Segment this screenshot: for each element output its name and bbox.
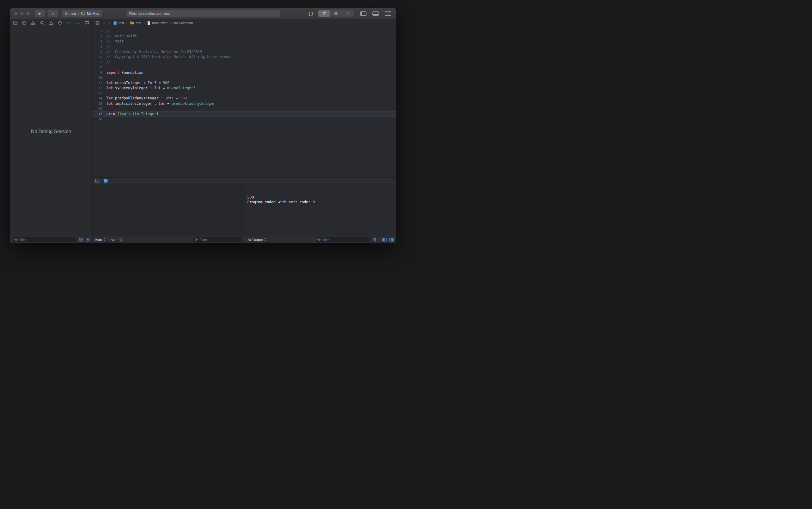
line-number: 4 xyxy=(93,44,104,49)
code-line-9[interactable]: 9import Foundation xyxy=(93,70,396,75)
toggle-console-view-button[interactable] xyxy=(389,238,394,242)
code-line-7[interactable]: 7// xyxy=(93,60,396,65)
print-description-button[interactable] xyxy=(118,237,123,242)
related-items-button[interactable] xyxy=(95,21,100,25)
version-editor-button[interactable] xyxy=(342,10,353,17)
code-text: let vynucenyInteger : Int = moznaInteger… xyxy=(104,86,196,91)
code-line-17[interactable]: 17print(implicitniInteger) xyxy=(93,111,396,116)
list-square-icon xyxy=(79,238,83,242)
breadcrumb-file[interactable]: main.swift xyxy=(147,21,167,25)
code-text: // xyxy=(104,29,110,34)
run-button[interactable]: ▶ xyxy=(35,10,45,17)
breadcrumb-separator-icon: › xyxy=(127,21,128,25)
debug-navigator-content: No Debug Session xyxy=(10,27,92,236)
code-line-18[interactable]: 18 xyxy=(93,116,396,122)
variables-scope-label: Auto xyxy=(95,238,102,242)
forward-button[interactable]: › xyxy=(108,21,110,25)
code-text: // test xyxy=(104,39,124,44)
code-line-14[interactable]: 14let predpokladanyInteger : Int! = 500 xyxy=(93,96,396,101)
line-number: 6 xyxy=(93,55,104,60)
code-line-3[interactable]: 3// test xyxy=(93,39,396,44)
quick-look-button[interactable] xyxy=(111,237,116,242)
updown-chevrons-icon xyxy=(103,238,106,242)
code-line-5[interactable]: 5// Created by Vratislav Holub on 24/03/… xyxy=(93,49,396,55)
breadcrumb-label: test xyxy=(136,21,141,25)
console-lines: 500Program ended with exit code: 0 xyxy=(247,195,394,204)
back-button[interactable]: ‹ xyxy=(103,21,105,25)
filter-icon xyxy=(195,238,199,242)
project-navigator-tab[interactable] xyxy=(13,21,18,26)
line-number: 18 xyxy=(93,116,104,122)
code-line-8[interactable]: 8 xyxy=(93,65,396,70)
standard-editor-button[interactable] xyxy=(318,10,330,17)
console-filter-field[interactable] xyxy=(315,237,370,242)
code-text: // main.swift xyxy=(104,34,137,39)
toggle-navigator-button[interactable] xyxy=(359,10,368,17)
breadcrumb-separator-icon: › xyxy=(144,21,145,25)
source-editor[interactable]: 1//2// main.swift3// test4//5// Created … xyxy=(93,27,396,177)
breakpoint-activate-icon xyxy=(104,179,109,183)
line-number: 3 xyxy=(93,39,104,44)
console-output[interactable]: 500Program ended with exit code: 0 xyxy=(245,184,396,236)
assistant-editor-button[interactable] xyxy=(330,10,342,17)
variables-view[interactable] xyxy=(93,184,245,236)
breakpoints-toggle-button[interactable] xyxy=(104,179,109,183)
variables-filter-input[interactable] xyxy=(200,238,241,242)
toggle-variables-view-button[interactable] xyxy=(382,238,387,242)
code-line-10[interactable]: 10 xyxy=(93,75,396,80)
console-scope-dropdown[interactable]: All Output xyxy=(247,238,267,242)
zoom-window-button[interactable] xyxy=(26,12,30,15)
code-line-2[interactable]: 2// main.swift xyxy=(93,34,396,39)
code-line-12[interactable]: 12let vynucenyInteger : Int = moznaInteg… xyxy=(93,86,396,91)
report-navigator-tab[interactable] xyxy=(84,21,90,26)
console-filter-input[interactable] xyxy=(322,238,368,242)
minimize-window-button[interactable] xyxy=(20,12,24,15)
code-lines: 1//2// main.swift3// test4//5// Created … xyxy=(93,29,396,122)
navigator-filter-input[interactable] xyxy=(19,238,75,242)
code-line-15[interactable]: 15let implicitniInteger : Int = predpokl… xyxy=(93,101,396,106)
code-line-16[interactable]: 16 xyxy=(93,106,396,111)
breakpoint-navigator-tab[interactable] xyxy=(75,21,80,26)
jump-bar: ‹ › test › test › main.s xyxy=(93,19,396,27)
hide-debug-area-button[interactable] xyxy=(95,179,100,183)
code-text: let implicitniInteger : Int = predpoklad… xyxy=(104,101,215,106)
variables-filter-field[interactable] xyxy=(193,237,242,242)
code-text: let moznaInteger : Int? = 500 xyxy=(104,80,170,86)
test-navigator-tab[interactable] xyxy=(58,21,63,26)
thread-view-toggle-button[interactable] xyxy=(79,238,83,242)
scheme-selector[interactable]: test › My Mac xyxy=(62,10,102,17)
toggle-debug-area-button[interactable] xyxy=(371,10,380,17)
code-line-13[interactable]: 13 xyxy=(93,91,396,96)
code-line-1[interactable]: 1// xyxy=(93,29,396,34)
code-snippets-button[interactable]: { } xyxy=(308,11,313,16)
clear-console-button[interactable] xyxy=(373,237,377,242)
breakpoint-tag-icon xyxy=(75,21,80,25)
info-circle-icon xyxy=(118,237,123,242)
code-line-6[interactable]: 6// Copyright © 2019 Vratislav Holub. Al… xyxy=(93,55,396,60)
variables-scope-dropdown[interactable]: Auto xyxy=(95,238,106,242)
activity-status-text: Finished running test : test xyxy=(129,12,170,15)
toggle-inspectors-button[interactable] xyxy=(383,10,393,17)
debug-navigator-tab[interactable] xyxy=(66,21,71,26)
close-window-button[interactable] xyxy=(14,12,18,15)
org-chart-icon xyxy=(31,21,36,25)
find-navigator-tab[interactable] xyxy=(40,21,45,26)
memory-debug-toggle-button[interactable] xyxy=(86,238,90,242)
history-navigation: ‹ › xyxy=(103,21,110,25)
stop-button[interactable]: ■ xyxy=(48,10,58,17)
symbol-navigator-tab[interactable] xyxy=(31,21,36,26)
braces-icon: { } xyxy=(308,11,313,16)
code-text xyxy=(104,116,106,122)
code-line-4[interactable]: 4// xyxy=(93,44,396,49)
filter-icon xyxy=(14,238,18,242)
breadcrumb-project[interactable]: test xyxy=(113,21,124,25)
navigator-filter-field[interactable] xyxy=(12,237,76,242)
chevron-down-square-icon xyxy=(95,179,100,183)
issue-navigator-tab[interactable] xyxy=(48,21,54,26)
console-line: Program ended with exit code: 0 xyxy=(247,200,394,204)
breadcrumb-group[interactable]: test xyxy=(130,21,141,25)
breadcrumb-selection[interactable]: No Selection xyxy=(173,21,193,25)
code-line-11[interactable]: 11let moznaInteger : Int? = 500 xyxy=(93,80,396,86)
source-control-navigator-tab[interactable] xyxy=(22,21,27,26)
code-text xyxy=(104,106,106,111)
